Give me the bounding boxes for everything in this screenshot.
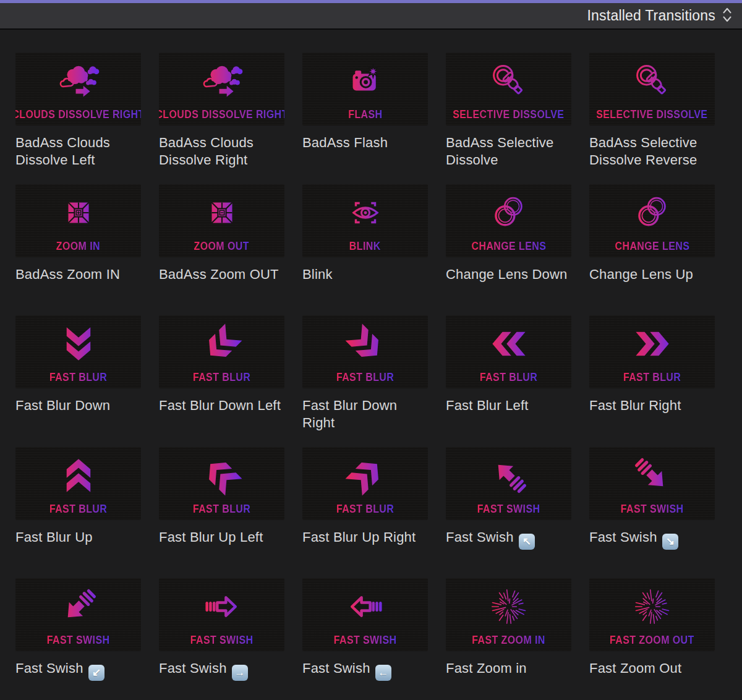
transition-thumbnail[interactable]: FAST SWISH — [589, 447, 715, 520]
thumbnail-caption: FAST ZOOM OUT — [602, 633, 702, 647]
thumbnail-caption: ZOOM IN — [52, 239, 104, 253]
thumbnail-caption: FAST SWISH — [615, 502, 689, 516]
chevron-up-left-icon — [159, 447, 284, 502]
transition-item-8: BLINKBlink — [302, 184, 428, 316]
thumbnail-caption: FAST BLUR — [331, 370, 399, 384]
chevron-left-icon — [446, 315, 571, 370]
transition-label: Fast Blur Down — [15, 397, 141, 414]
transition-thumbnail[interactable]: FAST SWISH — [159, 578, 284, 651]
transition-item-22: FAST SWISHFast Swish → — [159, 578, 284, 700]
transition-item-15: FAST BLURFast Blur Right — [589, 315, 715, 447]
thumbnail-caption: FLASH — [345, 108, 386, 121]
transition-thumbnail[interactable]: FAST BLUR — [15, 315, 141, 388]
transition-label: Fast Swish ← — [302, 660, 428, 681]
transition-label: BadAss Flash — [302, 134, 428, 152]
thumbnail-caption: FAST BLUR — [187, 502, 256, 516]
zoom-out-icon — [159, 184, 284, 239]
transition-label: Fast Blur Up — [15, 529, 141, 546]
transition-label: Fast Zoom Out — [589, 660, 715, 677]
up-down-chevron-icon — [721, 6, 733, 27]
window-top-bar: Installed Transitions — [0, 0, 742, 30]
transition-thumbnail[interactable]: FAST SWISH — [302, 578, 428, 651]
thumbnail-caption: FAST SWISH — [328, 633, 403, 647]
thumbnail-caption: CLOUDS DISSOLVE RIGHT — [15, 108, 141, 121]
transition-thumbnail[interactable]: FAST BLUR — [159, 447, 284, 520]
dropdown-selected-value: Installed Transitions — [587, 7, 715, 24]
clouds-dissolve-right-icon — [159, 53, 284, 108]
transition-item-2: CLOUDS DISSOLVE RIGHTBadAss Clouds Disso… — [159, 53, 284, 184]
transition-item-5: SELECTIVE DISSOLVEBadAss Selective Disso… — [589, 53, 715, 184]
transition-thumbnail[interactable]: FAST ZOOM IN — [446, 578, 571, 651]
transitions-grid: CLOUDS DISSOLVE RIGHTBadAss Clouds Disso… — [15, 53, 727, 700]
transition-label: BadAss Zoom OUT — [159, 266, 284, 283]
transition-item-21: FAST SWISHFast Swish ↙ — [15, 578, 141, 700]
thumbnail-caption: FAST SWISH — [184, 633, 259, 647]
transition-item-12: FAST BLURFast Blur Down Left — [159, 315, 284, 447]
thumbnail-caption: FAST SWISH — [41, 633, 116, 647]
thumbnail-caption: FAST BLUR — [618, 370, 686, 384]
transition-thumbnail[interactable]: BLINK — [302, 184, 428, 257]
clouds-dissolve-right-icon — [15, 53, 141, 108]
thumbnail-caption: ZOOM OUT — [189, 239, 254, 253]
transition-thumbnail[interactable]: CLOUDS DISSOLVE RIGHT — [159, 53, 284, 126]
transition-item-25: FAST ZOOM OUTFast Zoom Out — [589, 578, 715, 700]
selective-dissolve-hand-icon — [589, 53, 715, 108]
transition-item-17: FAST BLURFast Blur Up Left — [159, 447, 284, 579]
transition-thumbnail[interactable]: FAST BLUR — [302, 315, 428, 388]
transitions-source-dropdown[interactable]: Installed Transitions — [587, 6, 733, 27]
transition-thumbnail[interactable]: FAST SWISH — [15, 578, 141, 651]
transition-label: Fast Blur Right — [589, 397, 715, 414]
transition-label: Fast Blur Down Right — [302, 397, 428, 432]
transition-thumbnail[interactable]: SELECTIVE DISSOLVE — [589, 53, 715, 126]
transition-thumbnail[interactable]: FAST SWISH — [446, 447, 571, 520]
transition-item-16: FAST BLURFast Blur Up — [15, 447, 141, 579]
transition-item-13: FAST BLURFast Blur Down Right — [302, 315, 428, 447]
swish-up-left-icon — [446, 447, 571, 502]
transition-thumbnail[interactable]: FAST BLUR — [446, 315, 571, 388]
transition-thumbnail[interactable]: FLASH — [302, 53, 428, 126]
transition-label: Fast Blur Up Left — [159, 529, 284, 546]
chevron-down-right-icon — [302, 315, 428, 370]
blink-eye-icon — [302, 184, 428, 239]
transition-thumbnail[interactable]: ZOOM IN — [15, 184, 141, 257]
transition-thumbnail[interactable]: FAST BLUR — [159, 315, 284, 388]
selective-dissolve-hand-icon — [446, 53, 571, 108]
transition-item-7: ZOOM OUTBadAss Zoom OUT — [159, 184, 284, 316]
transition-item-4: SELECTIVE DISSOLVEBadAss Selective Disso… — [446, 53, 571, 184]
transition-label: Fast Swish ↙ — [15, 660, 141, 681]
transition-thumbnail[interactable]: CHANGE LENS — [446, 184, 571, 257]
transition-item-24: FAST ZOOM INFast Zoom in — [446, 578, 571, 700]
transition-thumbnail[interactable]: FAST BLUR — [589, 315, 715, 388]
thumbnail-caption: FAST BLUR — [187, 370, 256, 384]
chevron-down-icon — [15, 315, 141, 370]
transition-thumbnail[interactable]: ZOOM OUT — [159, 184, 284, 257]
thumbnail-caption: CHANGE LENS — [464, 239, 553, 253]
transition-thumbnail[interactable]: FAST ZOOM OUT — [589, 578, 715, 651]
transition-thumbnail[interactable]: CHANGE LENS — [589, 184, 715, 257]
change-lens-icon — [446, 184, 571, 239]
thumbnail-caption: CLOUDS DISSOLVE RIGHT — [159, 108, 284, 121]
transition-item-10: CHANGE LENSChange Lens Up — [589, 184, 715, 316]
transition-label: Fast Blur Down Left — [159, 397, 284, 414]
transition-thumbnail[interactable]: FAST BLUR — [302, 447, 428, 520]
zoom-burst-icon — [446, 578, 571, 633]
transition-thumbnail[interactable]: CLOUDS DISSOLVE RIGHT — [15, 53, 141, 126]
transition-label: BadAss Clouds Dissolve Right — [159, 134, 284, 169]
thumbnail-caption: FAST BLUR — [331, 502, 399, 516]
thumbnail-caption: BLINK — [346, 239, 384, 253]
transition-thumbnail[interactable]: SELECTIVE DISSOLVE — [446, 53, 571, 126]
direction-badge-icon: ← — [375, 665, 391, 681]
transition-item-11: FAST BLURFast Blur Down — [15, 315, 141, 447]
swish-right-icon — [159, 578, 284, 633]
transition-item-6: ZOOM INBadAss Zoom IN — [15, 184, 141, 316]
thumbnail-caption: FAST SWISH — [471, 502, 546, 516]
transition-label: Fast Swish ↘ — [589, 529, 715, 550]
flash-camera-icon — [302, 53, 428, 108]
transitions-browser: CLOUDS DISSOLVE RIGHTBadAss Clouds Disso… — [0, 30, 742, 700]
thumbnail-caption: FAST BLUR — [474, 370, 543, 384]
transition-thumbnail[interactable]: FAST BLUR — [15, 447, 141, 520]
direction-badge-icon: ↙ — [88, 665, 104, 681]
transition-label: Blink — [302, 266, 428, 283]
zoom-burst-icon — [589, 578, 715, 633]
swish-down-right-icon — [589, 447, 715, 502]
